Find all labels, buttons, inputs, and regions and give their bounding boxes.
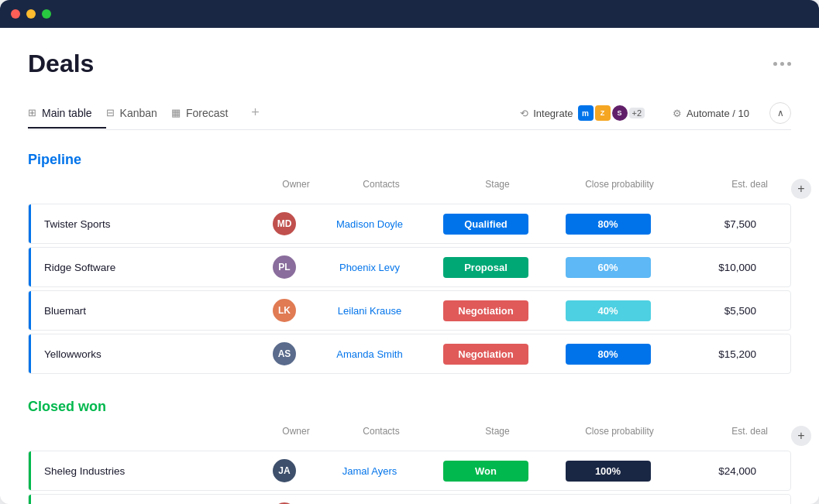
add-tab-button[interactable]: +	[242, 97, 269, 130]
probability-badge: 100%	[566, 461, 651, 482]
row-indicator	[29, 204, 31, 243]
add-closed-won-column-button[interactable]: +	[791, 426, 811, 446]
collapse-button[interactable]: ∧	[769, 102, 791, 124]
stage-cell: Qualified	[424, 206, 548, 242]
stage-badge: Won	[443, 461, 528, 482]
owner-cell[interactable]: AS	[253, 334, 315, 373]
stage-cell: Won	[424, 496, 548, 505]
closed-won-header: Closed won	[28, 399, 791, 415]
table-row: Ridge Software PL Phoenix Levy Proposal …	[28, 247, 791, 287]
page-title: Deals	[28, 50, 94, 78]
kanban-icon: ⊟	[106, 107, 115, 118]
owner-cell[interactable]: PL	[253, 248, 315, 286]
owner-cell[interactable]: EW	[253, 495, 315, 504]
row-indicator	[29, 291, 31, 330]
deal-name: Bluemart	[29, 297, 253, 324]
row-indicator	[29, 495, 31, 504]
integration-icons: m Z S +2	[578, 105, 645, 121]
tabs-right: ⟲ Integrate m Z S +2 ⚙ Automate / 10 ∧	[512, 101, 791, 125]
deal-value-cell: $7,500	[668, 211, 769, 238]
deal-name: Zift Records	[29, 501, 253, 505]
pipeline-section: Pipeline Owner Contacts Stage Close prob…	[28, 152, 791, 374]
stage-cell: Negotiation	[424, 293, 548, 329]
automate-icon: ⚙	[673, 108, 682, 119]
integration-badge: +2	[629, 108, 645, 118]
deal-value-cell: $10,000	[668, 254, 769, 281]
zapier-icon: Z	[595, 105, 611, 121]
owner-cell[interactable]: JA	[253, 451, 315, 490]
more-options-button[interactable]	[773, 62, 791, 66]
stage-badge: Negotiation	[443, 344, 528, 365]
stage-badge: Negotiation	[443, 300, 528, 321]
stage-cell: Negotiation	[424, 336, 548, 372]
tabs-bar: ⊞ Main table ⊟ Kanban ▦ Forecast + ⟲ Int…	[28, 97, 791, 130]
probability-badge: 40%	[566, 300, 651, 321]
contact-cell[interactable]: Leilani Krause	[315, 297, 424, 324]
stage-badge: Proposal	[443, 257, 528, 278]
contact-cell[interactable]: Madison Doyle	[315, 211, 424, 238]
contact-cell[interactable]: Jamal Ayers	[315, 458, 424, 485]
closed-won-table-header: Owner Contacts Stage Close probability E…	[28, 423, 791, 451]
owner-cell[interactable]: LK	[253, 291, 315, 330]
slack-icon: S	[612, 105, 628, 121]
pipeline-header: Pipeline	[28, 152, 791, 168]
probability-badge: 60%	[566, 257, 651, 278]
deal-name: Yellowworks	[29, 341, 253, 368]
stage-cell: Won	[424, 453, 548, 489]
tab-forecast[interactable]: ▦ Forecast	[171, 99, 242, 129]
deal-value-cell: $5,500	[668, 297, 769, 324]
automate-button[interactable]: ⚙ Automate / 10	[665, 104, 757, 123]
row-indicator	[29, 334, 31, 373]
table-icon: ⊞	[28, 107, 36, 118]
pipeline-table-body: Twister Sports MD Madison Doyle Qualifie…	[28, 204, 791, 374]
page-header: Deals	[28, 50, 791, 78]
owner-cell[interactable]: MD	[253, 204, 315, 243]
contact-cell[interactable]: Phoenix Levy	[315, 254, 424, 281]
probability-badge: 80%	[566, 214, 651, 235]
pipeline-title: Pipeline	[28, 152, 81, 168]
deal-name: Sheleg Industries	[29, 458, 253, 485]
minimize-button[interactable]	[26, 9, 36, 19]
closed-won-table-body: Sheleg Industries JA Jamal Ayers Won 100…	[28, 451, 791, 504]
deal-name: Twister Sports	[29, 211, 253, 238]
forecast-icon: ▦	[171, 107, 181, 118]
add-pipeline-column-button[interactable]: +	[791, 179, 811, 199]
stage-badge: Qualified	[443, 214, 528, 235]
table-row: Zift Records EW Elian Warren Won 100% $4…	[28, 494, 791, 504]
deal-value-cell: $4,000	[668, 501, 769, 505]
closed-won-title: Closed won	[28, 399, 106, 415]
tab-kanban[interactable]: ⊟ Kanban	[106, 99, 171, 129]
table-row: Sheleg Industries JA Jamal Ayers Won 100…	[28, 451, 791, 491]
table-row: Yellowworks AS Amanda Smith Negotiation …	[28, 334, 791, 374]
probability-cell: 80%	[548, 336, 668, 372]
row-indicator	[29, 451, 31, 490]
closed-won-section: Closed won Owner Contacts Stage Close pr…	[28, 399, 791, 504]
contact-cell[interactable]: Amanda Smith	[315, 341, 424, 368]
integrate-button[interactable]: ⟲ Integrate m Z S +2	[512, 101, 652, 125]
deal-value-cell: $24,000	[668, 458, 769, 485]
table-row: Bluemart LK Leilani Krause Negotiation 4…	[28, 290, 791, 331]
tab-main-table[interactable]: ⊞ Main table	[28, 99, 106, 129]
probability-cell: 100%	[548, 453, 668, 489]
maximize-button[interactable]	[42, 9, 51, 19]
pipeline-table-header: Owner Contacts Stage Close probability E…	[28, 176, 791, 204]
probability-cell: 40%	[548, 293, 668, 329]
row-indicator	[29, 248, 31, 286]
title-bar	[0, 0, 819, 28]
contact-cell[interactable]: Elian Warren	[315, 501, 424, 505]
integrate-icon: ⟲	[520, 108, 528, 119]
probability-cell: 100%	[548, 496, 668, 505]
probability-badge: 80%	[566, 344, 651, 365]
table-row: Twister Sports MD Madison Doyle Qualifie…	[28, 204, 791, 244]
probability-cell: 60%	[548, 249, 668, 286]
close-button[interactable]	[11, 9, 20, 19]
content-area: Deals ⊞ Main table ⊟ Kanban ▦ Forecast +	[0, 28, 819, 504]
deal-name: Ridge Software	[29, 254, 253, 281]
monday-icon: m	[578, 105, 594, 121]
deal-value-cell: $15,200	[668, 341, 769, 368]
probability-cell: 80%	[548, 206, 668, 242]
stage-cell: Proposal	[424, 249, 548, 286]
